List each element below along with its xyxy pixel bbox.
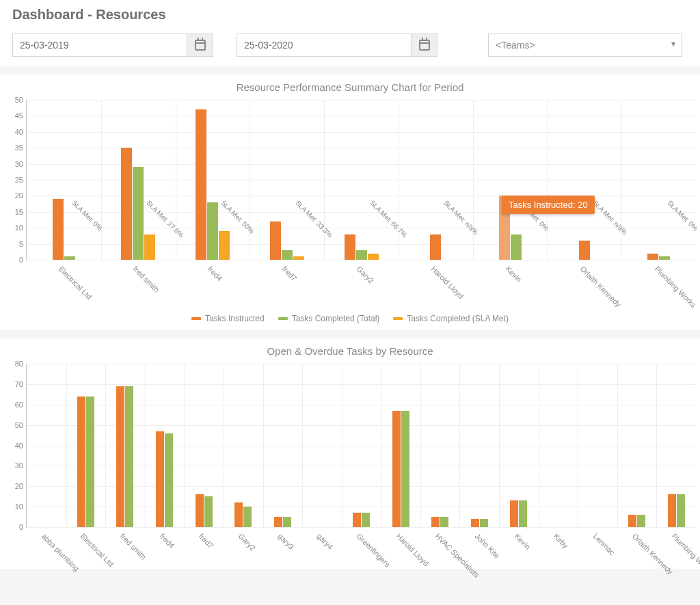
bar[interactable] <box>125 386 133 527</box>
date-to-field[interactable] <box>237 33 438 57</box>
bar[interactable] <box>270 221 281 260</box>
bar-group[interactable] <box>657 364 697 527</box>
bar[interactable] <box>116 386 124 527</box>
bar[interactable] <box>480 519 488 527</box>
bar[interactable] <box>293 256 304 260</box>
bar[interactable] <box>64 256 75 260</box>
bar[interactable] <box>579 241 590 260</box>
bar[interactable] <box>53 199 64 260</box>
teams-select[interactable]: <Teams> <box>488 33 682 57</box>
bar[interactable] <box>511 234 522 260</box>
bar-group[interactable] <box>176 100 250 260</box>
bar[interactable] <box>637 515 645 527</box>
bar-group[interactable] <box>250 100 324 260</box>
bar-group[interactable] <box>578 364 617 527</box>
bar[interactable] <box>368 254 379 260</box>
bar[interactable] <box>282 250 293 260</box>
bar[interactable] <box>234 502 243 527</box>
bar[interactable] <box>133 167 144 260</box>
chart1-legend: Tasks InstructedTasks Completed (Total)T… <box>0 312 700 323</box>
bar[interactable] <box>345 234 355 260</box>
chart-title: Resource Performance Summary Chart for P… <box>0 81 700 93</box>
chart1-plot[interactable]: Tasks Instructed: 20 SLA Met: 0%SLA Met:… <box>26 100 696 260</box>
calendar-icon <box>195 40 206 51</box>
bar-group[interactable] <box>420 364 460 527</box>
bar[interactable] <box>283 517 291 527</box>
bar-group[interactable] <box>460 364 500 527</box>
legend-item[interactable]: Tasks Instructed <box>191 314 265 323</box>
date-from-input[interactable] <box>13 34 187 56</box>
bar[interactable] <box>677 494 685 527</box>
chart1-y-axis: 05101520253035404550 <box>5 100 26 308</box>
bar-group[interactable] <box>547 100 621 260</box>
bar[interactable] <box>144 234 155 260</box>
chart2-x-labels: abba plumbingElectrical Ltdfred smithfre… <box>26 528 696 562</box>
date-from-picker-button[interactable] <box>187 34 213 56</box>
bar[interactable] <box>519 500 527 527</box>
bar-group[interactable] <box>381 364 420 527</box>
bar-group[interactable] <box>27 100 101 260</box>
bar[interactable] <box>196 109 206 260</box>
bar[interactable] <box>362 513 370 527</box>
bar[interactable] <box>431 517 440 527</box>
chart1-x-labels: Electrical Ltdfred smithfred4fred7Gary2H… <box>26 260 696 308</box>
bar[interactable] <box>243 507 252 527</box>
calendar-icon <box>419 40 430 51</box>
bar-group[interactable] <box>105 364 145 527</box>
bar[interactable] <box>219 231 230 260</box>
bar[interactable] <box>668 494 676 527</box>
bar-group[interactable] <box>324 100 399 260</box>
chart1-area: 05101520253035404550 Tasks Instructed: 2… <box>26 100 696 308</box>
bar-group[interactable] <box>539 364 578 527</box>
bar[interactable] <box>628 515 636 527</box>
bar[interactable] <box>401 411 409 527</box>
bar-group[interactable] <box>224 364 263 527</box>
chart2-plot[interactable] <box>26 364 696 528</box>
performance-chart-panel: Resource Performance Summary Chart for P… <box>0 75 700 330</box>
bar[interactable] <box>204 496 213 527</box>
bar[interactable] <box>356 250 367 260</box>
bar[interactable] <box>156 431 164 527</box>
bar-group[interactable] <box>184 364 224 527</box>
legend-item[interactable]: Tasks Completed (Total) <box>278 314 380 323</box>
bar-group[interactable] <box>302 364 342 527</box>
open-overdue-chart-panel: Open & Overdue Tasks by Resource 0102030… <box>0 338 700 569</box>
bar-group[interactable] <box>145 364 185 527</box>
bar-group[interactable] <box>499 364 539 527</box>
bar-group[interactable] <box>399 100 473 260</box>
date-to-input[interactable] <box>237 34 411 56</box>
filters-row: <Teams> <box>0 28 700 66</box>
bar-group[interactable] <box>342 364 381 527</box>
bar-group[interactable] <box>473 100 548 260</box>
bar-group[interactable] <box>101 100 176 260</box>
bar-group[interactable] <box>617 364 657 527</box>
bar[interactable] <box>510 500 518 527</box>
date-to-picker-button[interactable] <box>411 34 437 56</box>
chart2-y-axis: 01020304050607080 <box>5 364 26 562</box>
bar[interactable] <box>430 234 441 260</box>
page-title: Dashboard - Resources <box>0 0 700 28</box>
bar[interactable] <box>647 254 658 260</box>
bar[interactable] <box>196 494 204 527</box>
bar[interactable] <box>353 513 361 527</box>
bar[interactable] <box>121 148 132 260</box>
bar[interactable] <box>86 396 94 527</box>
bar[interactable] <box>77 396 85 527</box>
bar[interactable] <box>207 202 218 260</box>
teams-select-wrap: <Teams> <box>488 33 682 57</box>
bar-group[interactable] <box>27 364 66 527</box>
bar[interactable] <box>392 411 401 527</box>
chart2-area: 01020304050607080 abba plumbingElectrica… <box>26 364 696 562</box>
legend-item[interactable]: Tasks Completed (SLA Met) <box>393 314 509 323</box>
bar[interactable] <box>471 519 479 527</box>
bar-group[interactable] <box>621 100 696 260</box>
bar[interactable] <box>440 517 448 527</box>
bar[interactable] <box>659 256 670 260</box>
chart-title: Open & Overdue Tasks by Resource <box>0 345 700 357</box>
bar-group[interactable] <box>66 364 106 527</box>
bar[interactable] <box>274 517 282 527</box>
tooltip: Tasks Instructed: 20 <box>502 196 595 214</box>
bar-group[interactable] <box>263 364 303 527</box>
bar[interactable] <box>165 433 173 527</box>
date-from-field[interactable] <box>12 33 213 57</box>
